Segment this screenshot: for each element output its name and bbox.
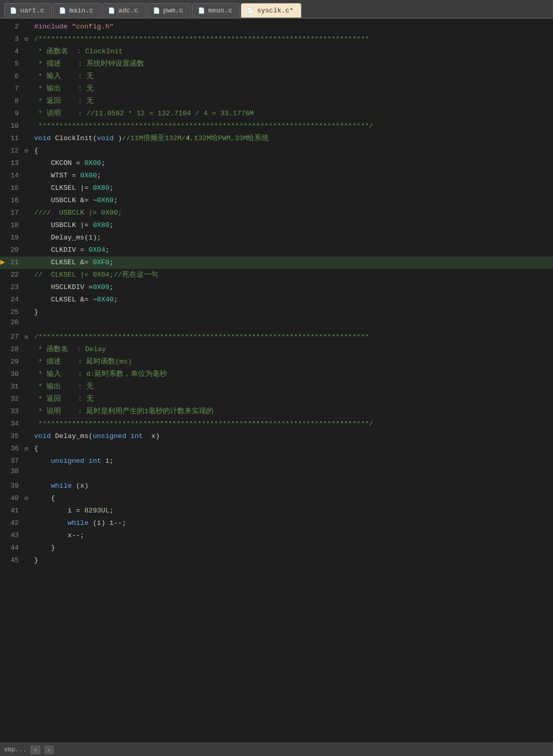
code-content: Delay_ms(1); [32,232,553,244]
code-content: * 输出 : 无 [32,381,553,393]
line-number: 44 [0,544,25,552]
line-number: 22 [0,271,25,279]
scroll-left-button[interactable]: < [30,746,40,754]
code-container: 2#include "config.h"3⊟/*****************… [0,19,553,567]
tab-sysclk[interactable]: 📄 sysclk.c* [241,3,301,18]
tab-meun[interactable]: 📄 meun.c [192,3,240,18]
code-content: } [32,554,553,567]
code-line: 19 Delay_ms(1); [0,232,553,244]
code-line: 13 CKCON = 0X00; [0,157,553,170]
code-line: 15 CLKSEL |= 0X80; [0,182,553,194]
line-number: 45 [0,556,25,564]
code-content: HSCLKDIV =0X00; [32,281,553,294]
code-content: x--; [32,530,553,542]
code-content: CLKSEL &= 0XF0; [32,256,553,269]
line-number: 2 [0,23,25,31]
tab-adc[interactable]: 📄 adc.c [102,3,146,18]
code-line: 23 HSCLKDIV =0X00; [0,281,553,294]
fold-icon[interactable]: ⊟ [25,147,32,154]
tab-pwm[interactable]: 📄 pwm.c [147,3,191,18]
code-content: * 返回 : 无 [32,393,553,405]
line-number: 30 [0,370,25,378]
code-content: * 说明 : 延时是利用产生的1毫秒的计数来实现的 [32,405,553,418]
code-line: 41 i = 8293UL; [0,505,553,517]
line-number: 17 [0,209,25,217]
code-content: //// USBCLK |= 0X00; [32,207,553,219]
tab-icon-uart: 📄 [10,7,17,14]
code-content: USBCLK |= 0X80; [32,219,553,232]
fold-icon[interactable]: ⊟ [25,495,32,502]
line-number: 27 [0,333,25,341]
code-content: CKCON = 0X00; [32,157,553,170]
code-content: unsigned int i; [32,455,553,467]
code-line: 7 * 输出 : 无 [0,83,553,95]
line-number: 3 [0,35,25,43]
line-number: 5 [0,60,25,68]
code-content: } [32,542,553,554]
fold-icon[interactable]: ⊟ [25,36,32,42]
code-content: } [32,306,553,319]
code-content: void ClockInit(void )//11M倍频至132M/4,132M… [32,132,553,145]
code-content: CLKSEL |= 0X80; [32,182,553,194]
fold-icon[interactable]: ⊟ [25,334,32,340]
code-content: #include "config.h" [32,21,553,33]
tab-uart[interactable]: 📄 uart.c [4,3,52,18]
code-line: 39 while (x) [0,480,553,492]
code-content: while (x) [32,480,553,492]
code-line: 3⊟/*************************************… [0,33,553,46]
tab-label-sysclk: sysclk.c* [257,7,293,14]
line-number: 37 [0,457,25,465]
code-line: 32 * 返回 : 无 [0,393,553,405]
line-number: 9 [0,110,25,117]
line-number: 38 [0,467,25,475]
tab-icon-main: 📄 [59,7,66,14]
line-number: 18 [0,221,25,229]
line-number: 4 [0,48,25,55]
code-line: 12⊟{ [0,145,553,157]
debug-arrow-icon: ► [0,258,5,267]
code-line: 40⊟ { [0,492,553,505]
line-number: 20 [0,246,25,254]
code-content: { [32,492,553,505]
line-number: 25 [0,308,25,316]
line-number: 16 [0,196,25,204]
code-line: 44 } [0,542,553,554]
line-number: 23 [0,283,25,291]
line-number: 24 [0,296,25,304]
tab-main[interactable]: 📄 main.c [53,3,101,18]
fold-icon[interactable]: ⊟ [25,445,32,452]
line-number: 10 [0,122,25,130]
code-line: 14 WTST = 0X00; [0,170,553,182]
tab-label-uart: uart.c [20,7,44,14]
line-number: 40 [0,494,25,502]
line-number: 31 [0,383,25,390]
tab-bar: 📄 uart.c 📄 main.c 📄 adc.c 📄 pwm.c 📄 meun… [0,0,553,19]
line-number: 26 [0,319,25,326]
code-content: { [32,145,553,157]
line-number: 6 [0,72,25,80]
scroll-right-button[interactable]: > [44,746,54,754]
code-content: /***************************************… [32,33,553,46]
code-line: 16 USBCLK &= ~0X60; [0,194,553,207]
line-number: 34 [0,420,25,428]
code-line: 26 [0,319,553,331]
code-content: * 描述 : 延时函数(ms) [32,356,553,368]
code-line: 38 [0,467,553,480]
code-line: 33 * 说明 : 延时是利用产生的1毫秒的计数来实现的 [0,405,553,418]
tab-icon-adc: 📄 [108,7,115,14]
code-line: 31 * 输出 : 无 [0,381,553,393]
line-number: 35 [0,432,25,440]
code-content: CLKSEL &= ~0X40; [32,294,553,306]
line-number: 8 [0,97,25,105]
code-content: * 说明 : //11.0592 * 12 = 132.7104 / 4 = 3… [32,108,553,120]
line-number: 14 [0,172,25,179]
code-content: CLKDIV = 0X04; [32,244,553,256]
tab-icon-meun: 📄 [198,7,205,14]
line-number: 42 [0,519,25,527]
code-line: 5 * 描述 : 系统时钟设置函数 [0,58,553,70]
code-line: 30 * 输入 : d:延时系数，单位为毫秒 [0,368,553,381]
code-line: 22// CLKSEL |= 0X04;//死在这一句 [0,269,553,281]
code-line: 17//// USBCLK |= 0X00; [0,207,553,219]
tab-icon-sysclk: 📄 [247,7,254,14]
code-line: 6 * 输入 : 无 [0,70,553,83]
